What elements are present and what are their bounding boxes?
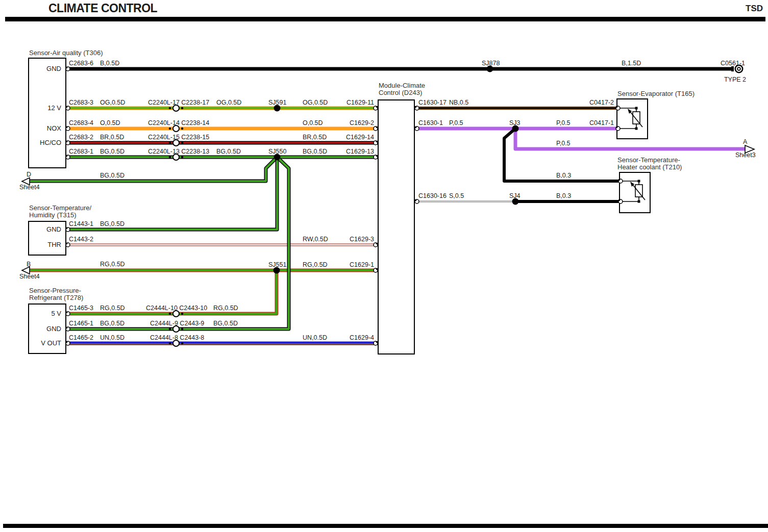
conn-c1465-1: C1465-1 [69, 320, 93, 327]
t278-title-line1: Sensor-Pressure- [29, 287, 81, 294]
wirecode-bg-t278-1: BG,0.5D [100, 320, 125, 327]
corner-label-tsd: TSD [746, 4, 763, 14]
wirecode-b03-bottom: B,0.3 [556, 192, 571, 200]
t278-pin-gnd: GND [46, 325, 61, 333]
wirecode-b03-top: B,0.3 [556, 172, 571, 180]
module-title-line2: Control (D243) [379, 89, 422, 96]
conn-c1443-1: C1443-1 [69, 220, 93, 228]
t315-title-line1: Sensor-Temperature/ [29, 205, 91, 212]
t210-title-line2: Heater coolant (T210) [617, 164, 682, 171]
t306-title: Sensor-Air quality (T306) [29, 49, 103, 57]
conn-c1443-2: C1443-2 [69, 236, 93, 243]
conn-c1629-4: C1629-4 [350, 334, 374, 342]
conn-c2240l14-c2238-14: C2240L-14 C2238-14 [148, 119, 209, 127]
sheet-ref-d[interactable]: D [27, 171, 31, 179]
splice-label-sj4: SJ4 [509, 192, 521, 200]
wiring-diagram-page: CLIMATE CONTROL TSD [0, 0, 768, 532]
box-sensor-evaporator [616, 98, 648, 139]
sheet-ref-a[interactable]: A [743, 138, 747, 146]
conn-c2444l8-c2443-8: C2444L-8 C2443-8 [150, 334, 204, 342]
wirecode-p-2: P,0.5 [556, 119, 571, 127]
t306-pin-12v: 12 V [47, 104, 61, 112]
t278-pin-5v: 5 V [51, 310, 61, 318]
wirecode-br-1: BR,0.5D [100, 134, 124, 141]
wirecode-bg-t315: BG,0.5D [100, 220, 125, 228]
wirecode-rg-5v-1: RG,0.5D [100, 305, 125, 312]
wirecode-un-2: UN,0.5D [303, 334, 327, 342]
conn-c2240l15-c2238-15: C2240L-15 C2238-15 [148, 134, 209, 141]
splice-label-sj550: SJ550 [268, 148, 286, 156]
header-rule [5, 17, 765, 21]
footer-rule [3, 524, 768, 528]
conn-c1629-3: C1629-3 [350, 236, 374, 243]
conn-c0417-2: C0417-2 [589, 99, 614, 107]
wirecode-bg-t278-2: BG,0.5D [213, 320, 238, 327]
page-title: CLIMATE CONTROL [48, 2, 157, 15]
splice-label-sj551: SJ551 [268, 261, 286, 269]
conn-c2240l13-c2238-13: C2240L-13 C2238-13 [148, 148, 209, 156]
sheet-ref-d-sheet[interactable]: Sheet4 [19, 184, 40, 191]
wirecode-og-2: OG,0.5D [216, 99, 241, 107]
wirecode-p-1: P,0.5 [449, 119, 463, 127]
wirecode-rg-5v-2: RG,0.5D [213, 305, 238, 312]
t315-title-line2: Humidity (T315) [29, 212, 76, 219]
conn-c2240l17-c2238-17: C2240L-17 C2238-17 [148, 99, 209, 107]
sheet-ref-b[interactable]: B [27, 261, 31, 268]
wirecode-og-1: OG,0.5D [100, 99, 125, 107]
conn-c0417-1: C0417-1 [589, 119, 614, 127]
wire-sj550-t278-gnd-bg [66, 157, 289, 329]
wirecode-b05d: B,0.5D [100, 60, 119, 67]
conn-c1630-16: C1630-16 [418, 192, 447, 200]
wirecode-bg-2: BG,0.5D [216, 148, 241, 156]
wirecode-un-1: UN,0.5D [100, 334, 125, 342]
wirecode-rg-2: RG,0.5D [303, 261, 328, 269]
conn-c1465-3: C1465-3 [69, 305, 93, 312]
conn-c1629-14: C1629-14 [346, 134, 374, 141]
wire-t278-vout-un [66, 343, 378, 345]
box-module-climate-control [378, 99, 415, 354]
conn-c1629-11: C1629-11 [346, 99, 374, 107]
t315-pin-gnd: GND [46, 225, 61, 234]
wirecode-bg-1: BG,0.5D [100, 148, 125, 156]
wirecode-rw: RW,0.5D [303, 236, 328, 243]
module-title-line1: Module-Climate [379, 82, 425, 89]
t315-pin-thr: THR [47, 241, 61, 249]
conn-c1465-2: C1465-2 [69, 334, 93, 342]
t165-title: Sensor-Evaporator (T165) [617, 90, 695, 97]
ground-type-label: TYPE 2 [724, 76, 746, 84]
wire-sj550-t315-gnd-bg [66, 157, 277, 230]
conn-c2444l10-c2443-10: C2444L-10 C2443-10 [146, 305, 207, 312]
conn-c1629-13: C1629-13 [346, 148, 374, 156]
conn-c0561-1: C0561-1 [721, 60, 745, 67]
wirecode-bg-3: BG,0.5D [303, 148, 327, 156]
t306-pin-hcco: HC/CO [40, 139, 61, 147]
wirecode-s: S,0.5 [449, 192, 464, 200]
wirecode-bg-d: BG,0.5D [100, 172, 125, 180]
wirecode-o-2: O,0.5D [303, 119, 323, 127]
t278-pin-vout: V OUT [41, 339, 61, 347]
wirecode-nb: NB,0.5 [449, 99, 468, 107]
conn-c2683-3: C2683-3 [69, 99, 93, 107]
wirecode-rg-1: RG,0.5D [100, 261, 125, 268]
t306-pin-nox: NOX [47, 124, 61, 133]
wirecode-br-2: BR,0.5D [303, 134, 327, 141]
conn-c2683-6: C2683-6 [69, 60, 93, 67]
conn-c2683-2: C2683-2 [69, 134, 93, 141]
splice-label-sj878: SJ878 [482, 60, 500, 67]
wire-sj550-d-sheet4-bg [30, 157, 277, 181]
t306-pin-gnd: GND [46, 65, 61, 73]
wirecode-og-3: OG,0.5D [303, 99, 328, 107]
conn-c1630-17: C1630-17 [418, 99, 447, 107]
splice-label-sj3: SJ3 [509, 119, 521, 127]
conn-c1630-1: C1630-1 [418, 119, 443, 127]
conn-c1629-2: C1629-2 [350, 119, 374, 127]
conn-c2683-4: C2683-4 [69, 119, 93, 127]
conn-c2444l9-c2443-9: C2444L-9 C2443-9 [150, 320, 204, 327]
splice-label-sj591: SJ591 [268, 99, 286, 107]
wirecode-p-branch: P,0.5 [556, 140, 571, 147]
sheet-ref-b-sheet[interactable]: Sheet4 [19, 273, 40, 281]
sheet-ref-a-sheet[interactable]: Sheet3 [735, 151, 756, 159]
wirecode-b15d: B,1.5D [622, 60, 641, 67]
pin-connector-icons [66, 67, 623, 345]
wirecode-o-1: O,0.5D [100, 119, 120, 127]
